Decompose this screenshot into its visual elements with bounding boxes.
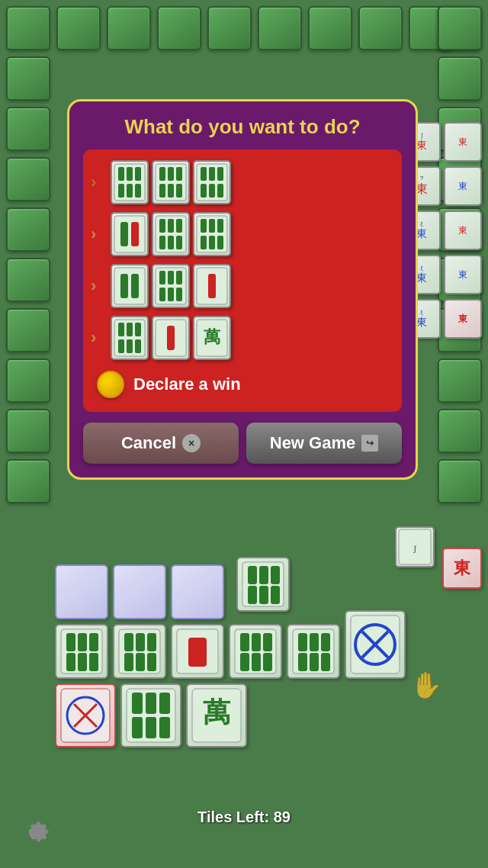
game-tile[interactable] <box>113 624 166 679</box>
game-tile[interactable] <box>229 624 282 679</box>
border-tile <box>107 6 151 50</box>
border-tile <box>157 6 201 50</box>
gold-coin-icon <box>97 371 124 398</box>
svg-rect-40 <box>131 274 139 298</box>
tile-row-1: › <box>91 160 394 204</box>
svg-rect-32 <box>201 219 207 233</box>
game-tile[interactable] <box>287 624 340 679</box>
svg-rect-65 <box>259 566 268 584</box>
floating-tile: ∫ <box>395 526 435 567</box>
svg-rect-99 <box>321 653 330 671</box>
svg-rect-6 <box>135 184 141 198</box>
border-tile <box>438 459 482 503</box>
blue-tile[interactable] <box>55 564 108 619</box>
declare-win-label: Declare a win <box>133 375 241 394</box>
mahjong-tile <box>152 212 190 256</box>
special-tile[interactable] <box>345 610 406 679</box>
game-tile[interactable] <box>171 624 224 679</box>
blue-tile[interactable] <box>171 564 224 619</box>
svg-rect-25 <box>159 219 165 233</box>
game-tile[interactable]: 萬 <box>186 683 247 747</box>
border-tile <box>308 6 352 50</box>
cancel-label: Cancel <box>121 433 176 453</box>
cancel-icon: × <box>182 434 201 452</box>
mahjong-tile <box>111 160 149 204</box>
declare-win-section[interactable]: Declare a win <box>91 368 394 401</box>
tile-row-2: › <box>91 212 394 256</box>
svg-rect-19 <box>209 184 215 198</box>
svg-rect-75 <box>78 653 87 671</box>
border-tile <box>438 409 482 453</box>
svg-rect-96 <box>321 633 330 651</box>
svg-rect-42 <box>159 271 165 285</box>
mahjong-tile <box>152 264 190 308</box>
game-tile[interactable] <box>236 557 290 612</box>
game-tile[interactable] <box>55 624 108 679</box>
special-tile-red[interactable] <box>55 683 116 747</box>
svg-rect-81 <box>124 653 133 671</box>
svg-rect-51 <box>118 323 124 336</box>
svg-rect-95 <box>310 633 319 651</box>
svg-rect-46 <box>168 288 174 301</box>
side-tile: 東 <box>444 166 482 206</box>
svg-rect-112 <box>132 717 143 738</box>
svg-rect-23 <box>131 222 139 246</box>
svg-text:萬: 萬 <box>203 696 231 728</box>
gear-icon[interactable] <box>20 818 50 848</box>
row-arrow: › <box>91 224 104 244</box>
svg-rect-113 <box>146 717 156 738</box>
svg-rect-52 <box>127 323 133 336</box>
svg-rect-9 <box>168 167 174 181</box>
new-game-label: New Game <box>270 433 356 453</box>
border-tile <box>438 56 482 101</box>
svg-rect-45 <box>159 288 165 301</box>
mahjong-tile <box>193 212 231 256</box>
side-tile-special: 東 <box>444 299 482 339</box>
border-tile <box>6 308 50 352</box>
svg-rect-79 <box>136 633 145 651</box>
svg-rect-98 <box>310 653 319 671</box>
row-arrow: › <box>91 276 104 296</box>
svg-rect-43 <box>168 271 174 285</box>
new-game-button[interactable]: New Game ↪ <box>246 423 402 464</box>
svg-rect-83 <box>147 653 156 671</box>
new-game-icon: ↪ <box>361 435 378 452</box>
border-tile <box>6 358 50 403</box>
game-tile[interactable] <box>120 683 181 747</box>
svg-rect-30 <box>176 236 182 249</box>
svg-rect-12 <box>168 184 174 198</box>
blue-tile[interactable] <box>113 564 166 619</box>
svg-rect-49 <box>208 274 216 298</box>
svg-rect-110 <box>146 693 156 714</box>
border-tile <box>438 6 482 50</box>
tile-row-3: › <box>91 264 394 308</box>
svg-rect-33 <box>209 219 215 233</box>
mahjong-tile <box>152 160 190 204</box>
svg-rect-69 <box>271 586 280 604</box>
svg-rect-37 <box>217 236 223 249</box>
svg-rect-53 <box>135 323 141 336</box>
svg-rect-5 <box>127 184 133 198</box>
svg-rect-8 <box>159 167 165 181</box>
svg-rect-111 <box>159 693 170 714</box>
svg-rect-90 <box>240 653 249 671</box>
border-tile <box>6 258 50 302</box>
svg-rect-11 <box>159 184 165 198</box>
cancel-button[interactable]: Cancel × <box>83 423 239 464</box>
svg-rect-20 <box>217 184 223 198</box>
border-tile <box>6 157 50 201</box>
svg-rect-1 <box>118 167 124 181</box>
svg-rect-3 <box>135 167 141 181</box>
svg-rect-55 <box>127 339 133 353</box>
border-tile <box>258 6 302 50</box>
svg-rect-58 <box>167 326 175 350</box>
svg-rect-39 <box>120 274 128 298</box>
svg-rect-71 <box>66 633 75 651</box>
svg-rect-74 <box>66 653 75 671</box>
svg-rect-34 <box>217 219 223 233</box>
svg-rect-82 <box>136 653 145 671</box>
svg-rect-2 <box>127 167 133 181</box>
svg-rect-66 <box>271 566 280 584</box>
svg-rect-56 <box>135 339 141 353</box>
east-tile: 東 <box>442 548 482 589</box>
